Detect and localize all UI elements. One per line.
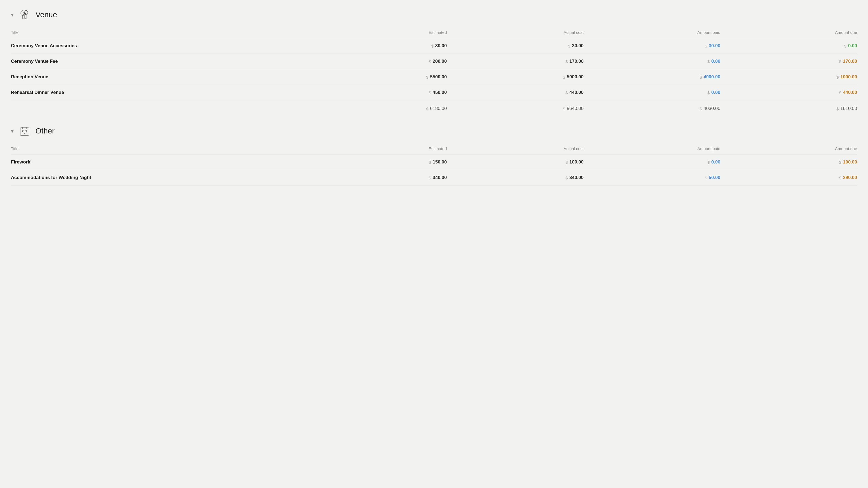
row-title: Ceremony Venue Fee: [11, 54, 310, 69]
row-paid: $ 4000.00: [584, 69, 720, 85]
totals-empty: [11, 101, 310, 114]
row-actual: $ 100.00: [447, 154, 584, 170]
other-table: Title Estimated Actual cost Amount paid …: [11, 144, 857, 185]
totals-paid: $ 4030.00: [584, 101, 720, 114]
row-title: Rehearsal Dinner Venue: [11, 85, 310, 101]
row-actual: $ 30.00: [447, 38, 584, 54]
table-row: Accommodations for Wedding Night $ 340.0…: [11, 170, 857, 185]
other-col-due: Amount due: [720, 144, 857, 154]
totals-estimated: $ 6180.00: [310, 101, 447, 114]
row-actual: $ 340.00: [447, 170, 584, 185]
venue-chevron-icon[interactable]: ▾: [11, 11, 13, 18]
table-row: Reception Venue $ 5500.00 $ 5000.00 $ 40…: [11, 69, 857, 85]
other-section: ▾ Other Title Estimated Actual cost Amou…: [11, 124, 857, 185]
venue-table: Title Estimated Actual cost Amount paid …: [11, 28, 857, 114]
totals-row: $ 6180.00 $ 5640.00 $ 4030.00 $ 1610.00: [11, 101, 857, 114]
other-col-actual: Actual cost: [447, 144, 584, 154]
row-paid: $ 50.00: [584, 170, 720, 185]
row-title: Ceremony Venue Accessories: [11, 38, 310, 54]
row-paid: $ 0.00: [584, 85, 720, 101]
other-chevron-icon[interactable]: ▾: [11, 128, 13, 134]
other-title: Other: [35, 127, 55, 135]
row-estimated: $ 5500.00: [310, 69, 447, 85]
venue-icon: [18, 8, 31, 21]
svg-rect-6: [20, 128, 29, 135]
venue-col-due: Amount due: [720, 28, 857, 38]
row-due: $ 100.00: [720, 154, 857, 170]
totals-due: $ 1610.00: [720, 101, 857, 114]
row-due: $ 0.00: [720, 38, 857, 54]
row-actual: $ 170.00: [447, 54, 584, 69]
venue-title: Venue: [35, 10, 57, 19]
row-paid: $ 0.00: [584, 154, 720, 170]
table-row: Rehearsal Dinner Venue $ 450.00 $ 440.00…: [11, 85, 857, 101]
table-row: Firework! $ 150.00 $ 100.00 $ 0.00 $ 100…: [11, 154, 857, 170]
row-estimated: $ 150.00: [310, 154, 447, 170]
other-section-header: ▾ Other: [11, 124, 857, 138]
venue-section: ▾ Venue Title Estimated Actual cost Amou…: [11, 8, 857, 114]
venue-col-estimated: Estimated: [310, 28, 447, 38]
other-col-title: Title: [11, 144, 310, 154]
row-estimated: $ 200.00: [310, 54, 447, 69]
venue-section-header: ▾ Venue: [11, 8, 857, 21]
row-title: Reception Venue: [11, 69, 310, 85]
row-estimated: $ 30.00: [310, 38, 447, 54]
other-col-paid: Amount paid: [584, 144, 720, 154]
table-row: Ceremony Venue Accessories $ 30.00 $ 30.…: [11, 38, 857, 54]
row-title: Firework!: [11, 154, 310, 170]
row-due: $ 440.00: [720, 85, 857, 101]
row-actual: $ 5000.00: [447, 69, 584, 85]
row-paid: $ 30.00: [584, 38, 720, 54]
row-paid: $ 0.00: [584, 54, 720, 69]
row-estimated: $ 450.00: [310, 85, 447, 101]
row-estimated: $ 340.00: [310, 170, 447, 185]
row-due: $ 1000.00: [720, 69, 857, 85]
venue-col-paid: Amount paid: [584, 28, 720, 38]
row-actual: $ 440.00: [447, 85, 584, 101]
table-row: Ceremony Venue Fee $ 200.00 $ 170.00 $ 0…: [11, 54, 857, 69]
venue-col-title: Title: [11, 28, 310, 38]
other-col-estimated: Estimated: [310, 144, 447, 154]
row-due: $ 170.00: [720, 54, 857, 69]
row-title: Accommodations for Wedding Night: [11, 170, 310, 185]
totals-actual: $ 5640.00: [447, 101, 584, 114]
row-due: $ 290.00: [720, 170, 857, 185]
other-icon: [18, 124, 31, 138]
venue-col-actual: Actual cost: [447, 28, 584, 38]
